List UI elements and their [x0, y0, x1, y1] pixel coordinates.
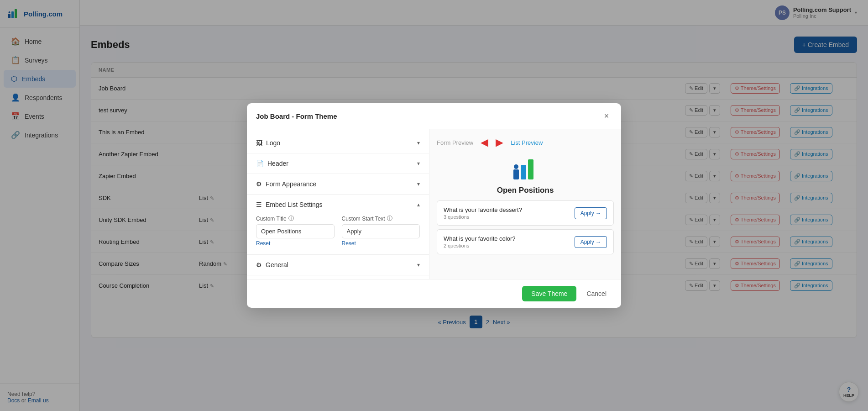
form-appearance-chevron-down-icon: ▾: [417, 181, 420, 187]
custom-start-text-input[interactable]: [342, 224, 420, 238]
custom-start-text-group: Custom Start Text ⓘ Reset: [342, 215, 420, 247]
custom-title-info-icon: ⓘ: [288, 215, 294, 222]
modal-overlay[interactable]: Job Board - Form Theme × 🖼 Logo ▾: [0, 0, 868, 411]
accordion-embed-list-header[interactable]: ☰ Embed List Settings ▴: [247, 195, 429, 215]
right-arrow-icon: ▶: [496, 137, 503, 148]
accordion-form-appearance: ⚙ Form Appearance ▾: [247, 174, 429, 195]
preview-card-title: What is your favorite color?: [444, 235, 516, 242]
accordion-header: 📄 Header ▾: [247, 153, 429, 174]
svg-point-7: [514, 164, 518, 169]
preview-survey-card: What is your favorite color? 2 questions…: [437, 229, 614, 254]
form-preview-tab[interactable]: Form Preview: [437, 139, 473, 146]
custom-start-text-info-icon: ⓘ: [387, 215, 392, 222]
modal-body: 🖼 Logo ▾ 📄 Header ▾: [247, 129, 621, 279]
accordion-logo: 🖼 Logo ▾: [247, 133, 429, 153]
embed-list-acc-icon: ☰: [256, 201, 262, 208]
preview-apply-button[interactable]: Apply →: [575, 236, 607, 248]
accordion-header-header[interactable]: 📄 Header ▾: [247, 153, 429, 174]
svg-rect-6: [528, 159, 533, 179]
form-theme-modal: Job Board - Form Theme × 🖼 Logo ▾: [247, 103, 621, 308]
embed-list-chevron-up-icon: ▴: [417, 201, 420, 208]
preview-card-title: What is your favorite dessert?: [444, 206, 522, 213]
modal-header: Job Board - Form Theme ×: [247, 103, 621, 129]
preview-logo-icon: [512, 156, 539, 183]
logo-acc-label: Logo: [266, 139, 280, 147]
custom-start-text-label: Custom Start Text ⓘ: [342, 215, 420, 222]
accordion-general: ⚙ General ▾: [247, 255, 429, 275]
list-preview-tab[interactable]: List Preview: [511, 139, 543, 146]
form-appearance-acc-label: Form Appearance: [266, 180, 316, 188]
custom-title-label: Custom Title ⓘ: [256, 215, 335, 222]
svg-rect-4: [513, 169, 519, 179]
preview-logo-area: Open Positions: [437, 156, 614, 195]
modal-footer: Save Theme Cancel: [247, 279, 621, 308]
logo-acc-icon: 🖼: [256, 139, 262, 147]
header-acc-icon: 📄: [256, 160, 264, 167]
preview-card-info: What is your favorite dessert? 3 questio…: [444, 206, 522, 220]
preview-survey-card: What is your favorite dessert? 3 questio…: [437, 200, 614, 226]
preview-card-info: What is your favorite color? 2 questions: [444, 235, 516, 248]
left-arrow-icon: ◀: [481, 137, 488, 148]
accordion-embed-list: ☰ Embed List Settings ▴ Custom Title ⓘ: [247, 195, 429, 255]
accordion-general-header[interactable]: ⚙ General ▾: [247, 255, 429, 275]
modal-title: Job Board - Form Theme: [256, 112, 337, 120]
modal-preview: Form Preview ◀ ▶ List Preview Open Posit…: [429, 129, 621, 279]
svg-rect-5: [521, 165, 526, 179]
custom-start-text-reset[interactable]: Reset: [342, 240, 356, 247]
general-acc-label: General: [266, 261, 288, 269]
header-acc-label: Header: [267, 160, 288, 167]
embed-list-acc-label: Embed List Settings: [266, 201, 323, 208]
custom-title-input[interactable]: [256, 224, 335, 238]
preview-tabs: Form Preview ◀ ▶ List Preview: [437, 137, 614, 148]
embed-list-form-row: Custom Title ⓘ Reset Custom Start Text ⓘ: [256, 215, 420, 247]
accordion-logo-header[interactable]: 🖼 Logo ▾: [247, 133, 429, 153]
save-theme-button[interactable]: Save Theme: [522, 286, 576, 301]
preview-apply-button[interactable]: Apply →: [575, 207, 607, 219]
general-acc-icon: ⚙: [256, 261, 262, 269]
embed-list-body: Custom Title ⓘ Reset Custom Start Text ⓘ: [247, 215, 429, 254]
logo-chevron-down-icon: ▾: [417, 140, 420, 146]
custom-title-reset[interactable]: Reset: [256, 240, 270, 247]
general-chevron-down-icon: ▾: [417, 262, 420, 268]
modal-accordion: 🖼 Logo ▾ 📄 Header ▾: [247, 129, 429, 279]
form-appearance-acc-icon: ⚙: [256, 180, 262, 188]
preview-card-sub: 3 questions: [444, 214, 522, 220]
preview-card-sub: 2 questions: [444, 243, 516, 248]
preview-logo-title: Open Positions: [497, 186, 554, 195]
header-chevron-down-icon: ▾: [417, 160, 420, 167]
modal-close-button[interactable]: ×: [601, 111, 612, 121]
custom-title-group: Custom Title ⓘ Reset: [256, 215, 335, 247]
cancel-button[interactable]: Cancel: [581, 286, 612, 301]
accordion-form-appearance-header[interactable]: ⚙ Form Appearance ▾: [247, 174, 429, 194]
preview-cards: What is your favorite dessert? 3 questio…: [437, 200, 614, 258]
